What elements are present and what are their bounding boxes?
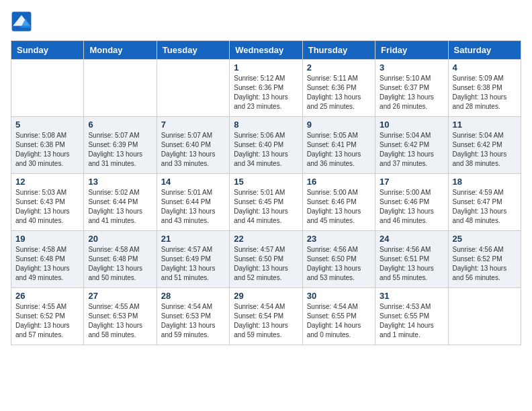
day-info: Sunrise: 5:01 AM Sunset: 6:45 PM Dayligh…: [234, 188, 298, 226]
calendar-cell: 30Sunrise: 4:54 AM Sunset: 6:55 PM Dayli…: [302, 288, 375, 345]
calendar-table: SundayMondayTuesdayWednesdayThursdayFrid…: [11, 40, 521, 345]
day-number: 1: [234, 62, 298, 73]
day-number: 13: [88, 177, 152, 187]
day-number: 27: [88, 291, 152, 301]
day-info: Sunrise: 4:57 AM Sunset: 6:49 PM Dayligh…: [161, 245, 225, 283]
calendar-cell: [84, 60, 157, 117]
calendar-week-row: 12Sunrise: 5:03 AM Sunset: 6:43 PM Dayli…: [11, 174, 521, 231]
day-info: Sunrise: 5:00 AM Sunset: 6:46 PM Dayligh…: [307, 188, 371, 226]
day-info: Sunrise: 5:07 AM Sunset: 6:39 PM Dayligh…: [88, 131, 152, 169]
day-number: 3: [380, 62, 443, 73]
calendar-cell: 27Sunrise: 4:55 AM Sunset: 6:53 PM Dayli…: [84, 288, 157, 345]
calendar-cell: 10Sunrise: 5:04 AM Sunset: 6:42 PM Dayli…: [375, 117, 448, 174]
calendar-cell: 25Sunrise: 4:56 AM Sunset: 6:52 PM Dayli…: [448, 231, 521, 288]
day-number: 12: [15, 177, 79, 187]
day-info: Sunrise: 4:56 AM Sunset: 6:51 PM Dayligh…: [380, 245, 443, 283]
day-number: 19: [15, 234, 79, 244]
day-info: Sunrise: 4:54 AM Sunset: 6:54 PM Dayligh…: [234, 302, 298, 340]
day-info: Sunrise: 5:07 AM Sunset: 6:40 PM Dayligh…: [161, 131, 225, 169]
day-number: 31: [380, 291, 443, 301]
calendar-cell: 13Sunrise: 5:02 AM Sunset: 6:44 PM Dayli…: [84, 174, 157, 231]
day-info: Sunrise: 5:12 AM Sunset: 6:36 PM Dayligh…: [234, 74, 298, 111]
calendar-cell: 23Sunrise: 4:56 AM Sunset: 6:50 PM Dayli…: [302, 231, 375, 288]
day-info: Sunrise: 4:56 AM Sunset: 6:50 PM Dayligh…: [307, 245, 371, 283]
day-info: Sunrise: 4:56 AM Sunset: 6:52 PM Dayligh…: [453, 245, 517, 283]
day-number: 26: [15, 291, 79, 301]
day-number: 16: [307, 177, 371, 187]
logo-icon: [11, 11, 32, 32]
calendar-cell: 6Sunrise: 5:07 AM Sunset: 6:39 PM Daylig…: [84, 117, 157, 174]
calendar-cell: 31Sunrise: 4:53 AM Sunset: 6:55 PM Dayli…: [375, 288, 448, 345]
calendar-cell: 24Sunrise: 4:56 AM Sunset: 6:51 PM Dayli…: [375, 231, 448, 288]
day-number: 8: [234, 120, 298, 130]
calendar-cell: 1Sunrise: 5:12 AM Sunset: 6:36 PM Daylig…: [230, 60, 302, 117]
column-header-monday: Monday: [84, 41, 157, 60]
day-info: Sunrise: 5:00 AM Sunset: 6:46 PM Dayligh…: [380, 188, 443, 226]
calendar-cell: 18Sunrise: 4:59 AM Sunset: 6:47 PM Dayli…: [448, 174, 521, 231]
day-info: Sunrise: 4:55 AM Sunset: 6:53 PM Dayligh…: [88, 302, 152, 340]
day-number: 28: [161, 291, 225, 301]
calendar-cell: 26Sunrise: 4:55 AM Sunset: 6:52 PM Dayli…: [11, 288, 84, 345]
day-info: Sunrise: 4:54 AM Sunset: 6:55 PM Dayligh…: [307, 302, 371, 340]
column-header-tuesday: Tuesday: [157, 41, 229, 60]
calendar-cell: 3Sunrise: 5:10 AM Sunset: 6:37 PM Daylig…: [375, 60, 448, 117]
day-number: 20: [88, 234, 152, 244]
day-info: Sunrise: 5:10 AM Sunset: 6:37 PM Dayligh…: [380, 74, 443, 111]
calendar-week-row: 26Sunrise: 4:55 AM Sunset: 6:52 PM Dayli…: [11, 288, 521, 345]
calendar-cell: 7Sunrise: 5:07 AM Sunset: 6:40 PM Daylig…: [157, 117, 229, 174]
calendar-cell: 8Sunrise: 5:06 AM Sunset: 6:40 PM Daylig…: [230, 117, 302, 174]
calendar-cell: 17Sunrise: 5:00 AM Sunset: 6:46 PM Dayli…: [375, 174, 448, 231]
calendar-cell: [448, 288, 521, 345]
day-number: 5: [15, 120, 79, 130]
calendar-cell: 21Sunrise: 4:57 AM Sunset: 6:49 PM Dayli…: [157, 231, 229, 288]
calendar-week-row: 19Sunrise: 4:58 AM Sunset: 6:48 PM Dayli…: [11, 231, 521, 288]
calendar-cell: 19Sunrise: 4:58 AM Sunset: 6:48 PM Dayli…: [11, 231, 84, 288]
day-info: Sunrise: 5:03 AM Sunset: 6:43 PM Dayligh…: [15, 188, 79, 226]
day-number: 4: [453, 62, 517, 73]
day-number: 7: [161, 120, 225, 130]
day-info: Sunrise: 4:53 AM Sunset: 6:55 PM Dayligh…: [380, 302, 443, 340]
calendar-header-row: SundayMondayTuesdayWednesdayThursdayFrid…: [11, 41, 521, 60]
day-number: 22: [234, 234, 298, 244]
day-number: 6: [88, 120, 152, 130]
column-header-friday: Friday: [375, 41, 448, 60]
day-info: Sunrise: 4:58 AM Sunset: 6:48 PM Dayligh…: [88, 245, 152, 283]
logo: [11, 11, 35, 32]
day-info: Sunrise: 4:58 AM Sunset: 6:48 PM Dayligh…: [15, 245, 79, 283]
calendar-week-row: 1Sunrise: 5:12 AM Sunset: 6:36 PM Daylig…: [11, 60, 521, 117]
day-info: Sunrise: 5:01 AM Sunset: 6:44 PM Dayligh…: [161, 188, 225, 226]
day-info: Sunrise: 4:54 AM Sunset: 6:53 PM Dayligh…: [161, 302, 225, 340]
day-info: Sunrise: 5:06 AM Sunset: 6:40 PM Dayligh…: [234, 131, 298, 169]
column-header-sunday: Sunday: [11, 41, 84, 60]
day-info: Sunrise: 5:04 AM Sunset: 6:42 PM Dayligh…: [453, 131, 517, 169]
day-number: 2: [307, 62, 371, 73]
day-number: 24: [380, 234, 443, 244]
calendar-cell: 15Sunrise: 5:01 AM Sunset: 6:45 PM Dayli…: [230, 174, 302, 231]
day-info: Sunrise: 5:04 AM Sunset: 6:42 PM Dayligh…: [380, 131, 443, 169]
column-header-thursday: Thursday: [302, 41, 375, 60]
calendar-cell: 16Sunrise: 5:00 AM Sunset: 6:46 PM Dayli…: [302, 174, 375, 231]
day-info: Sunrise: 5:02 AM Sunset: 6:44 PM Dayligh…: [88, 188, 152, 226]
day-number: 21: [161, 234, 225, 244]
day-number: 23: [307, 234, 371, 244]
day-number: 30: [307, 291, 371, 301]
calendar-cell: 5Sunrise: 5:08 AM Sunset: 6:38 PM Daylig…: [11, 117, 84, 174]
calendar-cell: 2Sunrise: 5:11 AM Sunset: 6:36 PM Daylig…: [302, 60, 375, 117]
calendar-cell: 29Sunrise: 4:54 AM Sunset: 6:54 PM Dayli…: [230, 288, 302, 345]
day-info: Sunrise: 5:08 AM Sunset: 6:38 PM Dayligh…: [15, 131, 79, 169]
day-number: 11: [453, 120, 517, 130]
day-info: Sunrise: 4:59 AM Sunset: 6:47 PM Dayligh…: [453, 188, 517, 226]
column-header-saturday: Saturday: [448, 41, 521, 60]
day-info: Sunrise: 5:11 AM Sunset: 6:36 PM Dayligh…: [307, 74, 371, 111]
day-info: Sunrise: 5:05 AM Sunset: 6:41 PM Dayligh…: [307, 131, 371, 169]
day-number: 25: [453, 234, 517, 244]
day-number: 9: [307, 120, 371, 130]
calendar-cell: 11Sunrise: 5:04 AM Sunset: 6:42 PM Dayli…: [448, 117, 521, 174]
day-info: Sunrise: 4:57 AM Sunset: 6:50 PM Dayligh…: [234, 245, 298, 283]
day-number: 14: [161, 177, 225, 187]
day-number: 10: [380, 120, 443, 130]
calendar-cell: 12Sunrise: 5:03 AM Sunset: 6:43 PM Dayli…: [11, 174, 84, 231]
calendar-cell: [11, 60, 84, 117]
column-header-wednesday: Wednesday: [230, 41, 302, 60]
calendar-cell: 14Sunrise: 5:01 AM Sunset: 6:44 PM Dayli…: [157, 174, 229, 231]
